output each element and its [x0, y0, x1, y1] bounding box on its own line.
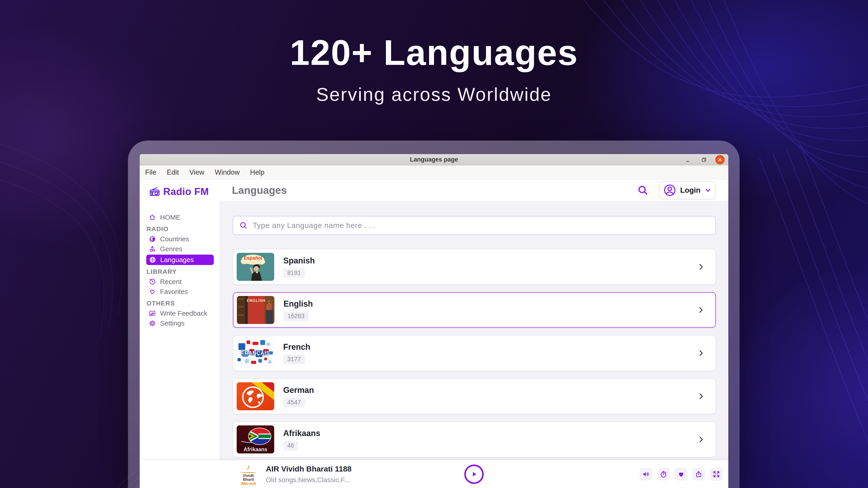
station-logo-line2: विविध भारती [239, 482, 258, 486]
play-icon [469, 470, 478, 479]
page-title: Languages [232, 184, 287, 196]
language-name: German [283, 385, 314, 395]
sidebar-item-label: Favorites [160, 288, 188, 295]
menu-edit[interactable]: Edit [167, 168, 179, 176]
hero-subtitle: Serving across Worldwide [0, 84, 868, 105]
sidebar-item-label: Genres [160, 245, 182, 253]
sidebar-item-recent[interactable]: Recent [140, 277, 219, 287]
window-titlebar[interactable]: Languages page [140, 154, 728, 165]
minimize-button[interactable] [684, 155, 692, 164]
hero: 120+ Languages Serving across Worldwide [0, 32, 868, 105]
sidebar-item-settings[interactable]: Settings [140, 318, 219, 328]
home-icon [149, 214, 156, 221]
volume-button[interactable] [640, 468, 652, 481]
chevron-right-icon [697, 349, 705, 357]
sidebar-item-countries[interactable]: Countries [140, 234, 219, 244]
language-row-spanish[interactable]: Español Spanish 8191 [233, 249, 716, 285]
play-button[interactable] [464, 464, 484, 484]
main-header: Languages Login [220, 180, 728, 201]
main-area: Languages Login [220, 180, 728, 488]
expand-icon [712, 470, 720, 478]
menu-help[interactable]: Help [250, 168, 265, 176]
station-logo-line1: Vividh Bharti [239, 474, 258, 482]
close-button[interactable] [715, 155, 725, 164]
volume-icon [642, 470, 650, 478]
sidebar-section-others: OTHERS [140, 298, 219, 308]
feedback-icon [149, 310, 156, 317]
language-name: English [283, 299, 313, 308]
svg-text:Afrikaans: Afrikaans [244, 447, 268, 452]
language-name: Afrikaans [283, 429, 320, 438]
station-count-badge: 16283 [283, 311, 309, 321]
chevron-right-icon [697, 435, 705, 444]
menu-window[interactable]: Window [215, 168, 240, 176]
station-count-badge: 46 [283, 441, 298, 451]
share-icon [695, 470, 703, 478]
globe-icon [149, 235, 156, 242]
chevron-right-icon [697, 392, 705, 400]
restore-button[interactable] [700, 155, 708, 164]
search-icon [637, 184, 649, 196]
language-thumbnail: FRANÇAIS [237, 339, 274, 367]
shapes-icon [149, 246, 156, 253]
station-count-badge: 4547 [283, 398, 305, 408]
svg-text:ENGLISH: ENGLISH [247, 298, 266, 303]
language-row-german[interactable]: German 4547 [233, 379, 716, 414]
radio-icon [149, 186, 160, 197]
station-count-badge: 3177 [283, 355, 305, 364]
language-row-english[interactable]: ENGLISH English 16283 [233, 292, 716, 328]
hero-title: 120+ Languages [0, 32, 868, 73]
fullscreen-button[interactable] [710, 468, 723, 481]
svg-text:FRANÇAIS: FRANÇAIS [241, 350, 270, 356]
search-button[interactable] [637, 184, 649, 197]
share-button[interactable] [692, 468, 705, 481]
sidebar-item-genres[interactable]: Genres [140, 244, 219, 254]
station-logo: ♪ Vividh Bharti विविध भारती [239, 463, 258, 486]
language-row-afrikaans[interactable]: Afrikaans Afrikaans 46 [233, 422, 716, 457]
music-note-icon: ♪ [239, 463, 258, 470]
now-playing-genres: Old songs,News,Classic,F... [266, 476, 351, 484]
menu-bar: File Edit View Window Help [140, 165, 728, 180]
sidebar-item-home[interactable]: HOME [140, 213, 219, 222]
heart-filled-icon [677, 470, 685, 478]
app-logo[interactable]: Radio FM [140, 185, 219, 198]
app-logo-text: Radio FM [163, 186, 209, 197]
sleep-timer-button[interactable] [657, 468, 670, 481]
chevron-right-icon [697, 263, 705, 271]
language-list: Español Spanish 8191 [233, 249, 716, 457]
language-globe-icon [149, 256, 156, 263]
station-count-badge: 8191 [283, 268, 305, 278]
language-name: French [283, 342, 310, 352]
window-title: Languages page [140, 156, 728, 163]
chevron-down-icon [704, 186, 712, 194]
language-search-input[interactable] [253, 221, 710, 230]
magnifier-icon [239, 221, 248, 230]
language-search-box[interactable] [233, 216, 716, 235]
favorite-button[interactable] [675, 468, 687, 481]
heart-icon [149, 288, 156, 295]
sidebar-item-label: HOME [160, 214, 180, 221]
sidebar-item-favorites[interactable]: Favorites [140, 287, 219, 297]
login-button[interactable]: Login [659, 181, 716, 199]
language-thumbnail: Español [237, 253, 274, 281]
sidebar-item-label: Recent [160, 278, 182, 286]
app-window: Languages page File Edit View Window Hel… [140, 154, 728, 488]
history-icon [149, 278, 156, 285]
sidebar-item-languages-selected[interactable]: Languages [146, 255, 214, 265]
menu-view[interactable]: View [189, 168, 204, 176]
user-icon [663, 184, 677, 197]
language-thumbnail [237, 382, 274, 410]
sidebar-section-library: LIBRARY [140, 267, 219, 277]
timer-icon [659, 470, 667, 478]
sidebar-item-label: Write Feedback [160, 310, 208, 317]
language-name: Spanish [283, 256, 315, 265]
sidebar-item-write-feedback[interactable]: Write Feedback [140, 308, 219, 318]
menu-file[interactable]: File [145, 168, 156, 176]
sidebar-item-label: Countries [160, 235, 189, 243]
sidebar: Radio FM HOME RADIO Countries [140, 180, 220, 488]
language-thumbnail: ENGLISH [237, 296, 274, 324]
chevron-right-icon [697, 306, 705, 314]
language-row-french[interactable]: FRANÇAIS French 3177 [233, 335, 716, 371]
sidebar-item-label: Languages [160, 256, 194, 264]
now-playing-title: AIR Vividh Bharati 1188 [266, 464, 351, 473]
